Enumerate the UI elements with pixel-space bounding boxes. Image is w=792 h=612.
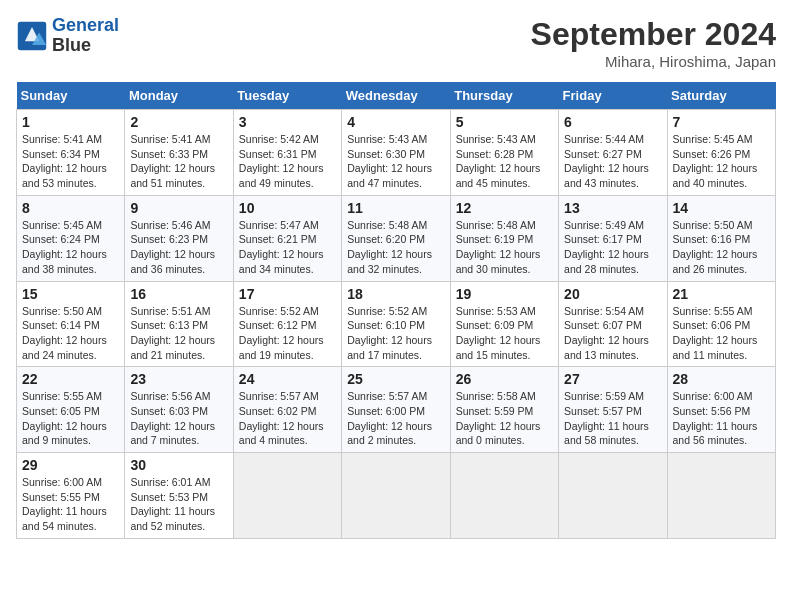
calendar-cell: 6Sunrise: 5:44 AM Sunset: 6:27 PM Daylig… (559, 110, 667, 196)
day-number: 14 (673, 200, 770, 216)
day-number: 22 (22, 371, 119, 387)
calendar-cell: 28Sunrise: 6:00 AM Sunset: 5:56 PM Dayli… (667, 367, 775, 453)
day-number: 3 (239, 114, 336, 130)
calendar-cell: 29Sunrise: 6:00 AM Sunset: 5:55 PM Dayli… (17, 453, 125, 539)
cell-info: Sunrise: 5:43 AM Sunset: 6:28 PM Dayligh… (456, 132, 553, 191)
day-number: 16 (130, 286, 227, 302)
calendar-cell: 12Sunrise: 5:48 AM Sunset: 6:19 PM Dayli… (450, 195, 558, 281)
cell-info: Sunrise: 5:41 AM Sunset: 6:33 PM Dayligh… (130, 132, 227, 191)
day-number: 28 (673, 371, 770, 387)
calendar-cell: 13Sunrise: 5:49 AM Sunset: 6:17 PM Dayli… (559, 195, 667, 281)
calendar-week-row: 1Sunrise: 5:41 AM Sunset: 6:34 PM Daylig… (17, 110, 776, 196)
calendar-week-row: 15Sunrise: 5:50 AM Sunset: 6:14 PM Dayli… (17, 281, 776, 367)
day-number: 10 (239, 200, 336, 216)
cell-info: Sunrise: 6:01 AM Sunset: 5:53 PM Dayligh… (130, 475, 227, 534)
day-number: 13 (564, 200, 661, 216)
cell-info: Sunrise: 5:55 AM Sunset: 6:05 PM Dayligh… (22, 389, 119, 448)
cell-info: Sunrise: 5:52 AM Sunset: 6:12 PM Dayligh… (239, 304, 336, 363)
cell-info: Sunrise: 6:00 AM Sunset: 5:56 PM Dayligh… (673, 389, 770, 448)
page-header: General Blue September 2024 Mihara, Hiro… (16, 16, 776, 70)
main-title: September 2024 (531, 16, 776, 53)
cell-info: Sunrise: 5:48 AM Sunset: 6:20 PM Dayligh… (347, 218, 444, 277)
calendar-cell: 22Sunrise: 5:55 AM Sunset: 6:05 PM Dayli… (17, 367, 125, 453)
subtitle: Mihara, Hiroshima, Japan (531, 53, 776, 70)
calendar-cell: 7Sunrise: 5:45 AM Sunset: 6:26 PM Daylig… (667, 110, 775, 196)
day-number: 25 (347, 371, 444, 387)
calendar-cell: 11Sunrise: 5:48 AM Sunset: 6:20 PM Dayli… (342, 195, 450, 281)
cell-info: Sunrise: 5:57 AM Sunset: 6:00 PM Dayligh… (347, 389, 444, 448)
day-number: 11 (347, 200, 444, 216)
cell-info: Sunrise: 5:49 AM Sunset: 6:17 PM Dayligh… (564, 218, 661, 277)
day-number: 2 (130, 114, 227, 130)
day-number: 12 (456, 200, 553, 216)
logo-icon (16, 20, 48, 52)
column-header-monday: Monday (125, 82, 233, 110)
calendar-cell: 19Sunrise: 5:53 AM Sunset: 6:09 PM Dayli… (450, 281, 558, 367)
cell-info: Sunrise: 5:48 AM Sunset: 6:19 PM Dayligh… (456, 218, 553, 277)
cell-info: Sunrise: 5:41 AM Sunset: 6:34 PM Dayligh… (22, 132, 119, 191)
calendar-cell: 15Sunrise: 5:50 AM Sunset: 6:14 PM Dayli… (17, 281, 125, 367)
calendar-cell: 1Sunrise: 5:41 AM Sunset: 6:34 PM Daylig… (17, 110, 125, 196)
calendar-cell: 3Sunrise: 5:42 AM Sunset: 6:31 PM Daylig… (233, 110, 341, 196)
calendar-cell: 18Sunrise: 5:52 AM Sunset: 6:10 PM Dayli… (342, 281, 450, 367)
cell-info: Sunrise: 5:45 AM Sunset: 6:26 PM Dayligh… (673, 132, 770, 191)
calendar-cell: 16Sunrise: 5:51 AM Sunset: 6:13 PM Dayli… (125, 281, 233, 367)
day-number: 26 (456, 371, 553, 387)
calendar-cell: 21Sunrise: 5:55 AM Sunset: 6:06 PM Dayli… (667, 281, 775, 367)
column-header-thursday: Thursday (450, 82, 558, 110)
day-number: 18 (347, 286, 444, 302)
column-header-friday: Friday (559, 82, 667, 110)
day-number: 24 (239, 371, 336, 387)
day-number: 23 (130, 371, 227, 387)
calendar-cell (450, 453, 558, 539)
cell-info: Sunrise: 6:00 AM Sunset: 5:55 PM Dayligh… (22, 475, 119, 534)
calendar-cell: 4Sunrise: 5:43 AM Sunset: 6:30 PM Daylig… (342, 110, 450, 196)
cell-info: Sunrise: 5:58 AM Sunset: 5:59 PM Dayligh… (456, 389, 553, 448)
calendar-week-row: 29Sunrise: 6:00 AM Sunset: 5:55 PM Dayli… (17, 453, 776, 539)
cell-info: Sunrise: 5:45 AM Sunset: 6:24 PM Dayligh… (22, 218, 119, 277)
logo-text: General Blue (52, 16, 119, 56)
cell-info: Sunrise: 5:50 AM Sunset: 6:14 PM Dayligh… (22, 304, 119, 363)
day-number: 9 (130, 200, 227, 216)
calendar-cell: 8Sunrise: 5:45 AM Sunset: 6:24 PM Daylig… (17, 195, 125, 281)
day-number: 17 (239, 286, 336, 302)
calendar-cell: 24Sunrise: 5:57 AM Sunset: 6:02 PM Dayli… (233, 367, 341, 453)
cell-info: Sunrise: 5:43 AM Sunset: 6:30 PM Dayligh… (347, 132, 444, 191)
calendar-week-row: 22Sunrise: 5:55 AM Sunset: 6:05 PM Dayli… (17, 367, 776, 453)
logo-line1: General (52, 15, 119, 35)
calendar-cell: 26Sunrise: 5:58 AM Sunset: 5:59 PM Dayli… (450, 367, 558, 453)
day-number: 1 (22, 114, 119, 130)
day-number: 20 (564, 286, 661, 302)
cell-info: Sunrise: 5:53 AM Sunset: 6:09 PM Dayligh… (456, 304, 553, 363)
day-number: 5 (456, 114, 553, 130)
title-area: September 2024 Mihara, Hiroshima, Japan (531, 16, 776, 70)
calendar-cell: 2Sunrise: 5:41 AM Sunset: 6:33 PM Daylig… (125, 110, 233, 196)
cell-info: Sunrise: 5:47 AM Sunset: 6:21 PM Dayligh… (239, 218, 336, 277)
cell-info: Sunrise: 5:42 AM Sunset: 6:31 PM Dayligh… (239, 132, 336, 191)
cell-info: Sunrise: 5:56 AM Sunset: 6:03 PM Dayligh… (130, 389, 227, 448)
cell-info: Sunrise: 5:52 AM Sunset: 6:10 PM Dayligh… (347, 304, 444, 363)
day-number: 4 (347, 114, 444, 130)
day-number: 29 (22, 457, 119, 473)
calendar-cell: 27Sunrise: 5:59 AM Sunset: 5:57 PM Dayli… (559, 367, 667, 453)
cell-info: Sunrise: 5:51 AM Sunset: 6:13 PM Dayligh… (130, 304, 227, 363)
calendar-cell: 14Sunrise: 5:50 AM Sunset: 6:16 PM Dayli… (667, 195, 775, 281)
logo-line2: Blue (52, 36, 119, 56)
calendar-cell (559, 453, 667, 539)
day-number: 19 (456, 286, 553, 302)
cell-info: Sunrise: 5:54 AM Sunset: 6:07 PM Dayligh… (564, 304, 661, 363)
cell-info: Sunrise: 5:44 AM Sunset: 6:27 PM Dayligh… (564, 132, 661, 191)
day-number: 15 (22, 286, 119, 302)
calendar-cell (342, 453, 450, 539)
day-number: 30 (130, 457, 227, 473)
calendar-cell: 23Sunrise: 5:56 AM Sunset: 6:03 PM Dayli… (125, 367, 233, 453)
column-header-saturday: Saturday (667, 82, 775, 110)
calendar-cell (667, 453, 775, 539)
calendar-cell: 10Sunrise: 5:47 AM Sunset: 6:21 PM Dayli… (233, 195, 341, 281)
cell-info: Sunrise: 5:59 AM Sunset: 5:57 PM Dayligh… (564, 389, 661, 448)
column-header-wednesday: Wednesday (342, 82, 450, 110)
calendar-week-row: 8Sunrise: 5:45 AM Sunset: 6:24 PM Daylig… (17, 195, 776, 281)
logo: General Blue (16, 16, 119, 56)
calendar-cell: 5Sunrise: 5:43 AM Sunset: 6:28 PM Daylig… (450, 110, 558, 196)
calendar-cell: 25Sunrise: 5:57 AM Sunset: 6:00 PM Dayli… (342, 367, 450, 453)
